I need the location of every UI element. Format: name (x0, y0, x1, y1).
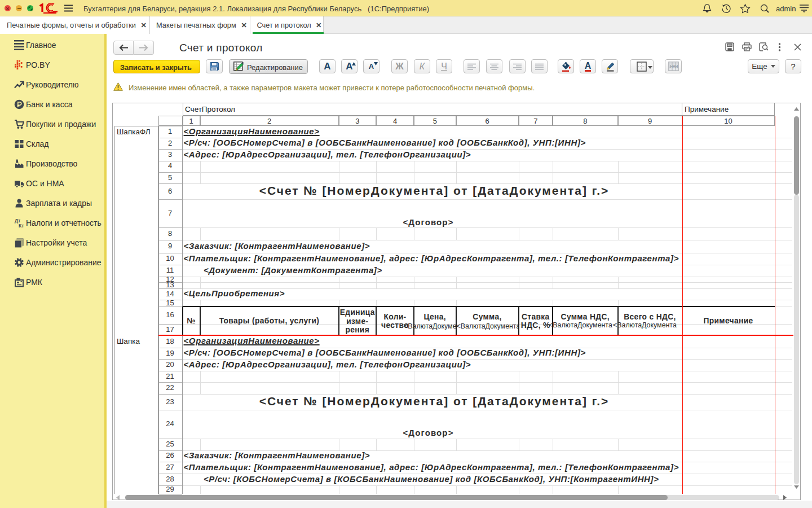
svg-text:Кт: Кт (19, 223, 24, 229)
svg-text:НАН: НАН (670, 64, 678, 68)
